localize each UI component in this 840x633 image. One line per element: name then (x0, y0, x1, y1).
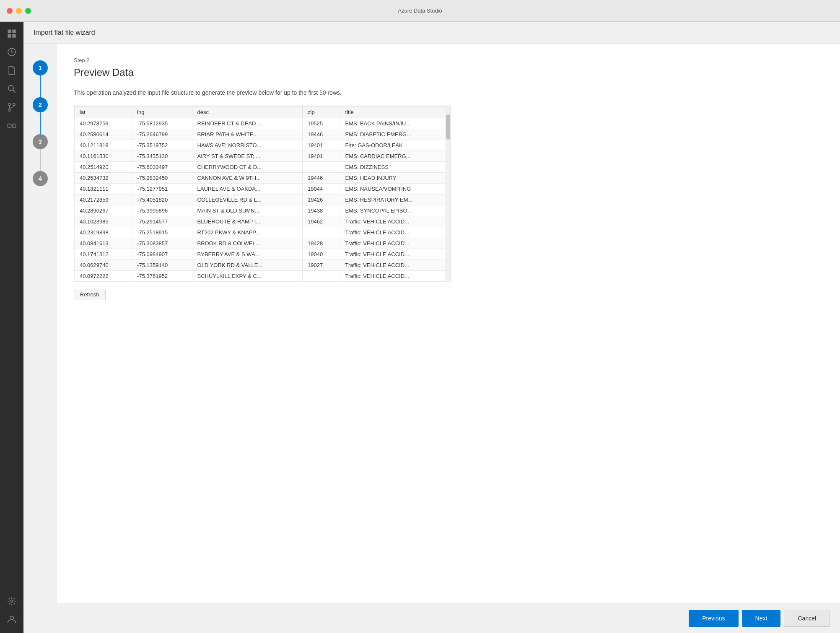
table-cell (303, 162, 340, 173)
table-cell: 40.1023985 (75, 216, 132, 227)
table-row: 40.1161530-75.3435130AIRY ST & SWEDE ST;… (75, 151, 451, 162)
sidebar-icon-search[interactable] (3, 80, 20, 97)
table-row: 40.0629740-75.1359140OLD YORK RD & VALLE… (75, 260, 451, 271)
table-cell: EMS: SYNCOPAL EPISO... (340, 205, 450, 216)
table-cell: 40.2319898 (75, 227, 132, 238)
step-line-1-2 (40, 75, 41, 97)
table-row: 40.2319898-75.2518915RT202 PKWY & KNAPP.… (75, 227, 451, 238)
minimize-button[interactable] (16, 8, 22, 14)
step-circle-4: 4 (33, 171, 48, 186)
steps-panel: 1 2 3 4 (23, 44, 57, 603)
next-button[interactable]: Next (742, 610, 781, 627)
svg-rect-12 (8, 124, 11, 127)
table-row: 40.2534732-75.2832450CANNON AVE & W 9TH.… (75, 173, 451, 184)
header-bar: Import flat file wizard (23, 22, 840, 44)
table-cell: HAWS AVE; NORRISTO... (192, 140, 302, 151)
step-circle-3: 3 (33, 134, 48, 149)
svg-rect-2 (8, 34, 11, 37)
table-cell: 40.2580614 (75, 129, 132, 140)
previous-button[interactable]: Previous (689, 610, 738, 627)
sidebar-icon-explorer[interactable] (3, 25, 20, 42)
table-row: 40.1821111-75.1277951LAUREL AVE & OAKDA.… (75, 184, 451, 195)
table-cell: 19426 (303, 195, 340, 205)
table-cell: -75.3761952 (132, 271, 192, 282)
table-cell: EMS: NAUSEA/VOMITING (340, 184, 450, 195)
sidebar-icon-git[interactable] (3, 99, 20, 116)
table-cell: Traffic: VEHICLE ACCID... (340, 216, 450, 227)
table-cell: AIRY ST & SWEDE ST; ... (192, 151, 302, 162)
table-row: 40.1211818-75.3519752HAWS AVE; NORRISTO.… (75, 140, 451, 151)
table-cell: 40.2890267 (75, 205, 132, 216)
scrollbar-thumb[interactable] (446, 114, 450, 140)
sidebar-icon-settings[interactable] (3, 593, 20, 610)
table-cell: 19040 (303, 249, 340, 260)
sidebar-icon-extensions[interactable] (3, 117, 20, 134)
table-cell: -75.3519752 (132, 140, 192, 151)
svg-point-18 (10, 616, 13, 620)
footer: Previous Next Cancel (23, 603, 840, 633)
table-cell: 40.1821111 (75, 184, 132, 195)
table-cell: -75.1359140 (132, 260, 192, 271)
data-table-container: lat lng desc zip title 40.2978759-75.581… (74, 106, 451, 282)
table-cell: -75.3995896 (132, 205, 192, 216)
page-title: Import flat file wizard (34, 29, 95, 36)
close-button[interactable] (7, 8, 13, 14)
sidebar-icon-account[interactable] (3, 611, 20, 628)
refresh-button[interactable]: Refresh (74, 289, 106, 300)
titlebar: Azure Data Studio (0, 0, 840, 22)
table-cell: -75.6033497 (132, 162, 192, 173)
table-cell: BRIAR PATH & WHITE... (192, 129, 302, 140)
table-cell: BROOK RD & COLWEL... (192, 238, 302, 249)
sidebar (0, 22, 23, 633)
main-content: Step 2 Preview Data This operation analy… (57, 44, 840, 603)
app-title: Azure Data Studio (398, 8, 442, 14)
sidebar-icon-file[interactable] (3, 62, 20, 79)
table-cell: Traffic: VEHICLE ACCID... (340, 227, 450, 238)
table-row: 40.0841613-75.3083857BROOK RD & COLWEL..… (75, 238, 451, 249)
data-table: lat lng desc zip title 40.2978759-75.581… (74, 106, 451, 282)
table-cell: CANNON AVE & W 9TH... (192, 173, 302, 184)
table-cell: 40.1161530 (75, 151, 132, 162)
scrollbar[interactable] (446, 106, 451, 282)
table-cell: 19446 (303, 129, 340, 140)
table-row: 40.0972222-75.3761952SCHUYLKILL EXPY & C… (75, 271, 451, 282)
col-header-lng: lng (132, 106, 192, 118)
table-cell: 40.0629740 (75, 260, 132, 271)
table-header-row: lat lng desc zip title (75, 106, 451, 118)
table-cell: COLLEGEVILLE RD & L... (192, 195, 302, 205)
table-cell: 19401 (303, 140, 340, 151)
wizard-body: 1 2 3 4 Step 2 Preview Data (23, 44, 840, 603)
step-node-4: 4 (33, 171, 48, 186)
step-description: This operation analyzed the input file s… (74, 88, 823, 97)
table-cell: 40.0841613 (75, 238, 132, 249)
svg-point-11 (8, 109, 11, 112)
maximize-button[interactable] (25, 8, 31, 14)
table-cell: -75.3083857 (132, 238, 192, 249)
table-cell: Traffic: VEHICLE ACCID... (340, 249, 450, 260)
svg-rect-3 (12, 34, 16, 37)
sidebar-bottom (3, 593, 20, 633)
table-cell: 19446 (303, 173, 340, 184)
table-row: 40.2978759-75.5812935REINDEER CT & DEAD … (75, 118, 451, 129)
svg-rect-13 (12, 124, 16, 127)
svg-rect-0 (8, 29, 11, 33)
table-row: 40.2890267-75.3995896MAIN ST & OLD SUMN.… (75, 205, 451, 216)
table-cell: 19525 (303, 118, 340, 129)
step-circle-2: 2 (33, 97, 48, 112)
table-cell: 40.2172859 (75, 195, 132, 205)
table-cell: 19027 (303, 260, 340, 271)
cancel-button[interactable]: Cancel (784, 610, 830, 627)
step-label: Step 2 (74, 57, 823, 63)
table-cell: OLD YORK RD & VALLE... (192, 260, 302, 271)
col-header-title: title (340, 106, 450, 118)
svg-line-8 (13, 90, 16, 93)
table-cell: -75.5812935 (132, 118, 192, 129)
table-cell: RT202 PKWY & KNAPP... (192, 227, 302, 238)
table-cell: LAUREL AVE & OAKDA... (192, 184, 302, 195)
table-cell: 40.2534732 (75, 173, 132, 184)
table-cell: 19044 (303, 184, 340, 195)
col-header-desc: desc (192, 106, 302, 118)
sidebar-icon-history[interactable] (3, 44, 20, 60)
step-node-2: 2 (33, 97, 48, 134)
step-circle-1: 1 (33, 60, 48, 75)
